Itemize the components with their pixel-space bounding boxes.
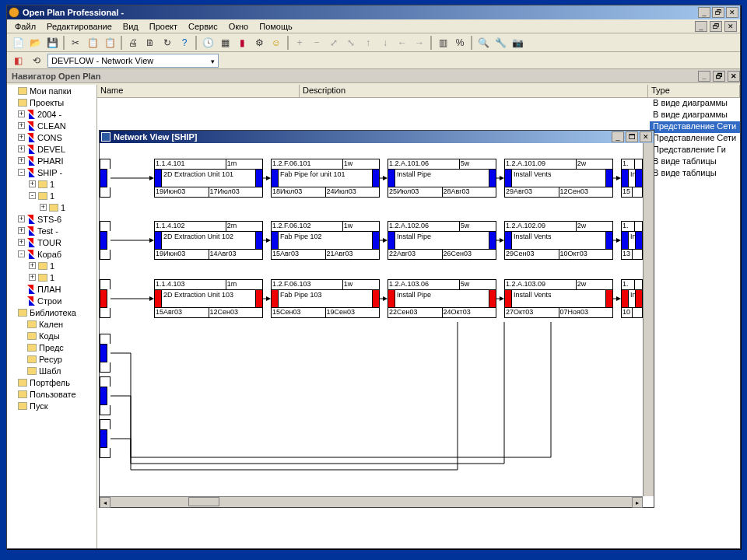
network-node[interactable]: 1.2.F.06.1031wFab Pipe 10315Сен0319Сен03 — [271, 279, 380, 326]
inner-maximize-button[interactable]: 🗖 — [626, 131, 638, 142]
tree-item[interactable]: Предс — [7, 341, 96, 353]
vertical-scrollbar[interactable] — [643, 143, 654, 496]
network-node[interactable]: 1.2.A.102.092wInstall Vents29Сен0310Окт0… — [504, 221, 613, 268]
tree-item[interactable]: Коды — [7, 330, 96, 341]
tree-item[interactable]: Кален — [7, 318, 96, 330]
plus-icon[interactable]: ＋ — [292, 35, 307, 51]
horizontal-scrollbar[interactable]: ◂ ▸ — [100, 496, 643, 507]
camera-icon[interactable]: 📷 — [510, 35, 525, 51]
tree-item[interactable]: Проекты — [7, 96, 96, 108]
view-icon[interactable]: ◧ — [10, 53, 26, 68]
tree-item[interactable]: +CONS — [7, 131, 96, 143]
refresh-icon[interactable]: ↻ — [160, 35, 175, 51]
expand-icon[interactable]: + — [40, 204, 47, 211]
tree-item[interactable]: +1 — [7, 260, 96, 271]
tree-item[interactable]: +2004 - — [7, 108, 96, 120]
col-description[interactable]: Description — [300, 85, 648, 97]
tool-icon[interactable]: ⚙ — [251, 35, 267, 51]
collapse-icon[interactable]: ⤡ — [343, 35, 359, 51]
tree-item[interactable]: Шабл — [7, 365, 96, 376]
tree-item[interactable]: -1 — [7, 190, 96, 201]
mdi-close-button[interactable]: ✕ — [724, 21, 737, 32]
scroll-thumb[interactable] — [188, 497, 219, 506]
menu-service[interactable]: Сервис — [184, 20, 223, 33]
network-node[interactable]: 1.2.A.103.065wInstall Pipe22Сен0324Окт03 — [388, 279, 496, 326]
list-item[interactable]: В виде диаграммы — [650, 98, 740, 110]
expand-icon[interactable]: + — [29, 180, 36, 187]
expand-icon[interactable]: + — [29, 262, 36, 269]
tree-item[interactable]: +Test - — [7, 225, 96, 236]
percent-icon[interactable]: % — [452, 35, 468, 51]
tree-item[interactable]: ПЛАН — [7, 283, 96, 295]
save-icon[interactable]: 💾 — [44, 35, 60, 51]
right-icon[interactable]: → — [412, 35, 427, 51]
new-icon[interactable]: 📄 — [10, 35, 26, 51]
expand-icon[interactable]: + — [18, 227, 25, 234]
tool2-icon[interactable]: 🔧 — [493, 35, 508, 51]
tree-item[interactable]: Строи — [7, 295, 96, 306]
tree-item[interactable]: +STS-6 — [7, 213, 96, 225]
search-icon[interactable]: 🔍 — [475, 35, 491, 51]
tree-item[interactable]: +1 — [7, 201, 96, 213]
tree-item[interactable]: Библиотека — [7, 306, 96, 318]
collapse-icon[interactable]: - — [18, 250, 25, 257]
scroll-right-button[interactable]: ▸ — [632, 497, 643, 508]
mdi-minimize-button[interactable]: _ — [695, 21, 707, 32]
expand-icon[interactable]: + — [18, 239, 25, 246]
network-node[interactable]: 1.1.4.1031m2D Extraction Unit 10315Авг03… — [154, 279, 263, 326]
network-node-stub[interactable] — [100, 334, 110, 380]
expand-icon[interactable]: + — [18, 157, 25, 164]
expand-icon[interactable]: + — [18, 215, 25, 222]
copy-icon[interactable]: 📋 — [85, 35, 100, 51]
tree-item[interactable]: Пользовате — [7, 388, 96, 400]
list-item[interactable]: В виде таблицы — [650, 156, 740, 168]
open-icon[interactable]: 📂 — [27, 35, 43, 51]
print-preview-icon[interactable]: 🗎 — [142, 35, 158, 51]
network-canvas[interactable]: 1.1.4.1011m2D Extraction Unit 10119Июн03… — [100, 143, 643, 496]
expand-icon[interactable]: + — [18, 145, 25, 152]
tree-item[interactable]: +PHARI — [7, 155, 96, 166]
list-item[interactable]: Представление Ги — [650, 145, 740, 156]
network-node-stub[interactable] — [100, 419, 110, 466]
collapse-icon[interactable]: - — [18, 169, 25, 176]
tree-item[interactable]: +1 — [7, 271, 96, 283]
network-node[interactable]: 1.2.F.06.1011wFab Pipe for unit 10118Июл… — [271, 159, 380, 205]
tree-item[interactable]: Пуск — [7, 400, 96, 411]
tree-pane[interactable]: Мои папкиПроекты+2004 -+CLEAN+CONS+DEVEL… — [7, 85, 97, 548]
tree-item[interactable]: +TOUR — [7, 236, 96, 248]
nav-close-button[interactable]: ✕ — [728, 71, 740, 82]
expand-icon[interactable]: + — [18, 122, 25, 129]
tree-item[interactable]: -SHIP - — [7, 166, 96, 178]
network-node[interactable]: 1.In13 — [621, 221, 643, 268]
list-item[interactable]: Представление Сети — [650, 121, 740, 133]
clock-icon[interactable]: 🕓 — [200, 35, 216, 51]
print-icon[interactable]: 🖨 — [125, 35, 141, 51]
document-selector[interactable]: DEVFLOW - Network View — [47, 54, 219, 68]
restore-button[interactable]: 🗗 — [712, 7, 724, 18]
network-node-stub[interactable] — [100, 221, 110, 268]
menu-file[interactable]: Файл — [10, 20, 40, 33]
window-tile-icon[interactable]: ▥ — [435, 35, 451, 51]
network-node[interactable]: 1.1.4.1022m2D Extraction Unit 10219Июн03… — [154, 221, 263, 268]
network-node-stub[interactable] — [100, 159, 110, 205]
chart-icon[interactable]: ▮ — [234, 35, 250, 51]
list-item[interactable]: В виде диаграммы — [650, 110, 740, 121]
left-icon[interactable]: ← — [395, 35, 410, 51]
network-node[interactable]: 1.2.A.101.065wInstall Pipe25Июл0328Авг03 — [388, 159, 496, 205]
menu-help[interactable]: Помощь — [254, 20, 297, 33]
network-node[interactable]: 1.1.4.1011m2D Extraction Unit 10119Июн03… — [154, 159, 263, 205]
expand-icon[interactable]: + — [18, 134, 25, 141]
list-item[interactable]: Представление Сети — [650, 133, 740, 145]
col-type[interactable]: Type — [648, 85, 740, 97]
minus-icon[interactable]: － — [309, 35, 324, 51]
menu-view[interactable]: Вид — [118, 20, 143, 33]
nav-minimize-button[interactable]: _ — [698, 71, 710, 82]
collapse-icon[interactable]: - — [29, 192, 36, 199]
network-node[interactable]: 1.In10 — [621, 279, 643, 326]
grid-icon[interactable]: ▦ — [217, 35, 233, 51]
network-node-stub[interactable] — [100, 376, 110, 423]
menu-project[interactable]: Проект — [145, 20, 182, 33]
list-item[interactable]: В виде таблицы — [650, 168, 740, 180]
expand-icon[interactable]: ⤢ — [326, 35, 342, 51]
tree-item[interactable]: -Кораб — [7, 248, 96, 260]
